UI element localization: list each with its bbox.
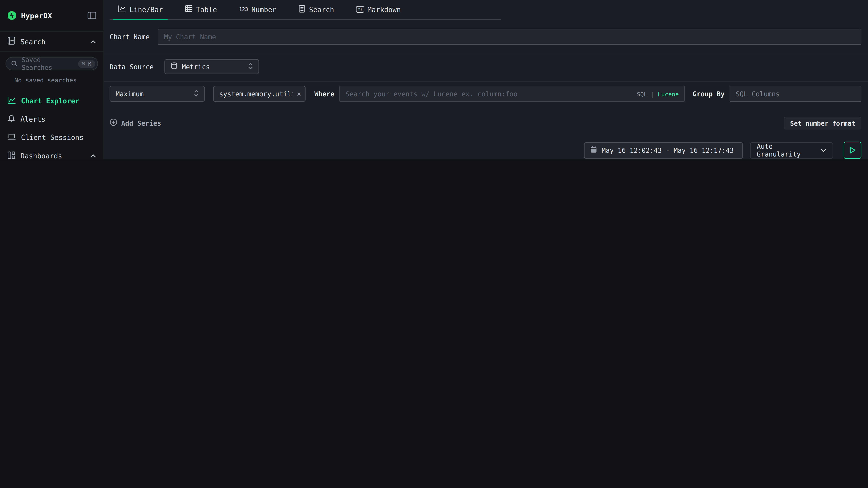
tab-number[interactable]: 123 Number	[234, 0, 281, 19]
sidebar-item-search[interactable]: Search	[0, 31, 103, 52]
journal-icon	[7, 36, 16, 46]
granularity-select[interactable]: Auto Granularity	[750, 142, 833, 159]
close-icon[interactable]: ×	[297, 90, 301, 98]
hyperdx-logo-icon: ϟ	[7, 10, 17, 21]
laptop-icon	[7, 133, 16, 142]
tab-markdown[interactable]: M↓ Markdown	[351, 0, 406, 19]
data-source-label: Data Source	[110, 63, 154, 70]
no-saved-searches-text: No saved searches	[14, 77, 98, 84]
where-search-input[interactable]: Search your events w/ Lucene ex. column:…	[339, 86, 685, 102]
group-by-label: Group By	[692, 90, 724, 98]
add-series-button[interactable]: Add Series	[110, 119, 161, 128]
series-row: Maximum system.memory.utiliza × Where Se…	[110, 86, 861, 102]
sidebar-item-client-sessions[interactable]: Client Sessions	[6, 128, 98, 147]
document-icon	[299, 5, 306, 14]
sql-toggle[interactable]: SQL	[637, 91, 647, 97]
chart-name-label: Chart Name	[110, 33, 150, 41]
chart-type-tabs: Line/Bar Table 123 Number Search M↓ Ma	[110, 0, 501, 20]
tab-search[interactable]: Search	[293, 0, 339, 19]
chart-name-row: Chart Name My Chart Name	[110, 29, 861, 45]
sidebar-item-alerts[interactable]: Alerts	[6, 110, 98, 128]
date-range-picker[interactable]: May 16 12:02:43 - May 16 12:17:43	[584, 142, 743, 159]
chart-toolbar: May 16 12:02:43 - May 16 12:17:43 Auto G…	[110, 142, 861, 159]
updown-chevrons-icon	[248, 62, 253, 71]
number-123-icon: 123	[239, 7, 248, 12]
sidebar: ϟ HyperDX Search Saved Searches ⌘ K	[0, 0, 104, 159]
date-range-value: May 16 12:02:43 - May 16 12:17:43	[602, 147, 734, 154]
chevron-up-icon[interactable]	[90, 152, 96, 159]
app-title: HyperDX	[21, 11, 52, 20]
plus-circle-icon	[110, 119, 117, 128]
where-label: Where	[314, 90, 335, 98]
search-icon	[11, 58, 18, 69]
sidebar-header: ϟ HyperDX	[0, 0, 103, 31]
group-by-input[interactable]: SQL Columns	[730, 86, 862, 102]
granularity-value: Auto Granularity	[757, 142, 820, 158]
sidebar-item-label: Dashboards	[21, 152, 62, 159]
sidebar-item-dashboards[interactable]: Dashboards	[6, 147, 98, 159]
calendar-icon	[590, 145, 597, 155]
saved-searches-input[interactable]: Saved Searches ⌘ K	[6, 57, 98, 70]
app-window: ϟ HyperDX Search Saved Searches ⌘ K	[0, 0, 868, 159]
sidebar-item-label: Client Sessions	[21, 133, 84, 142]
chevron-down-icon	[820, 147, 827, 154]
play-icon	[849, 146, 857, 154]
group-by-placeholder: SQL Columns	[736, 90, 780, 98]
metric-field-tag[interactable]: system.memory.utiliza ×	[213, 86, 306, 102]
data-source-select[interactable]: Metrics	[165, 59, 259, 74]
sidebar-item-label: Chart Explorer	[21, 97, 80, 105]
shortcut-badge: ⌘ K	[78, 60, 95, 68]
updown-chevrons-icon	[194, 89, 199, 98]
sidebar-item-chart-explorer[interactable]: Chart Explorer	[6, 92, 98, 110]
dashboard-grid-icon	[7, 151, 16, 159]
chevron-up-icon[interactable]	[90, 37, 96, 46]
main-content: Line/Bar Table 123 Number Search M↓ Ma	[104, 0, 868, 159]
table-icon	[185, 5, 193, 14]
chart-name-input[interactable]: My Chart Name	[158, 29, 861, 45]
metric-field-value: system.memory.utiliza	[219, 90, 293, 98]
aggregation-select[interactable]: Maximum	[110, 86, 205, 102]
query-language-toggle: SQL | Lucene	[637, 91, 679, 97]
divider	[104, 81, 868, 82]
chart-name-placeholder: My Chart Name	[164, 33, 216, 41]
tab-table[interactable]: Table	[180, 0, 222, 19]
data-source-value: Metrics	[182, 63, 210, 70]
tab-line-bar[interactable]: Line/Bar	[113, 0, 168, 19]
sidebar-item-label: Alerts	[21, 115, 45, 124]
database-icon	[171, 62, 178, 71]
line-chart-icon	[118, 5, 126, 14]
aggregation-value: Maximum	[116, 90, 144, 98]
sidebar-content: Saved Searches ⌘ K No saved searches Cha…	[0, 52, 103, 159]
set-number-format-button[interactable]: Set number format	[784, 117, 862, 129]
lucene-toggle[interactable]: Lucene	[658, 91, 679, 97]
series-actions-row: Add Series Set number format	[110, 117, 861, 129]
sidebar-item-label: Search	[21, 37, 45, 46]
saved-searches-placeholder: Saved Searches	[22, 56, 74, 71]
markdown-icon: M↓	[356, 6, 364, 13]
data-source-row: Data Source Metrics	[110, 59, 861, 74]
chart-line-icon	[7, 96, 16, 106]
run-query-button[interactable]	[844, 142, 861, 159]
divider	[104, 54, 868, 54]
where-placeholder: Search your events w/ Lucene ex. column:…	[346, 90, 518, 98]
bell-icon	[7, 114, 16, 124]
collapse-sidebar-icon[interactable]	[88, 11, 96, 19]
